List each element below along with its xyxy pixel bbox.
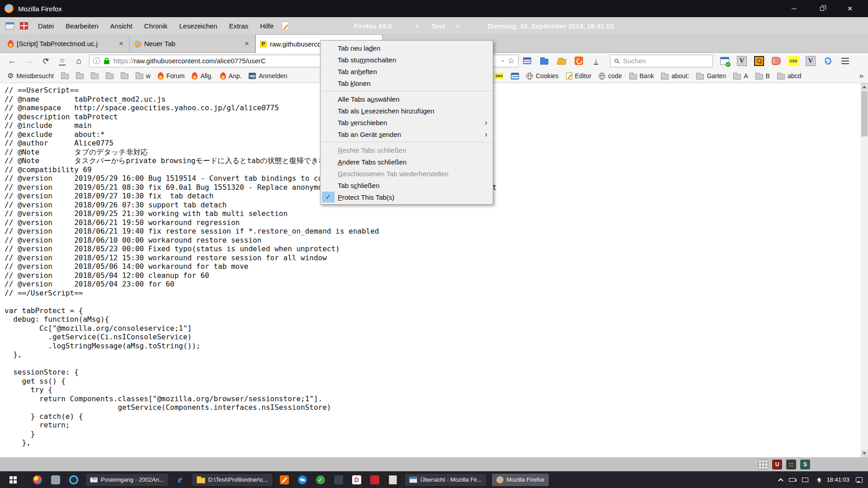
internet-explorer-icon[interactable]: e <box>174 473 187 487</box>
menu-item-tab-an-geraet-senden[interactable]: Tab an Gerät senden› <box>321 128 493 140</box>
red-app-icon[interactable] <box>368 473 382 487</box>
tab-close-icon[interactable]: × <box>117 39 125 48</box>
scroll-down-arrow[interactable] <box>861 450 868 457</box>
downloads-button[interactable]: ↓ <box>587 54 604 68</box>
action-center-icon[interactable] <box>856 477 863 483</box>
panel-toolbar-button[interactable] <box>519 54 536 68</box>
bookmark-anmelden[interactable]: wpAnmelden <box>249 72 287 80</box>
ublock-tray-icon[interactable]: U <box>772 460 782 469</box>
bookmark-folder-2[interactable] <box>76 72 84 79</box>
menu-extras[interactable]: Extras <box>229 22 249 30</box>
menu-item-tab-klonen[interactable]: Tab klonen <box>321 77 493 89</box>
pencil-app-icon[interactable] <box>278 473 291 487</box>
css-extension-icon[interactable]: css <box>788 56 799 66</box>
menu-hilfe[interactable]: Hilfe <box>260 22 274 30</box>
camera-app-icon[interactable] <box>67 473 80 487</box>
dark-app-icon[interactable] <box>332 473 345 487</box>
v2-extension-icon[interactable]: V <box>805 56 816 66</box>
check-app-icon[interactable]: ✓ <box>314 473 327 487</box>
speaker-icon[interactable] <box>815 478 820 482</box>
menu-item-tab-stummschalten[interactable]: Tab stummschalten <box>321 54 493 66</box>
app-menu-button[interactable] <box>840 56 850 66</box>
menu-datei[interactable]: Datei <box>38 22 54 30</box>
bookmark-garten[interactable]: Garten <box>696 72 726 80</box>
bookmark-folder-w[interactable]: w <box>136 72 151 80</box>
bookmark-panel[interactable] <box>511 73 519 80</box>
back-button[interactable]: ← <box>4 54 20 68</box>
bookmark-forum[interactable]: Forum <box>158 72 184 80</box>
url-text[interactable]: https://raw.githubusercontent.com/alice0… <box>113 57 266 65</box>
bookmark-a[interactable]: A <box>733 72 748 80</box>
taskbar-button-firefox[interactable]: Mozilla Firefox <box>491 473 550 487</box>
bookmarks-menu-button[interactable] <box>54 54 71 68</box>
dots-tray-icon[interactable]: :: <box>786 460 796 469</box>
vertical-scrollbar[interactable] <box>861 83 868 457</box>
tab-neuer-tab[interactable]: Neuer Tab × <box>130 34 255 53</box>
bookmark-bank[interactable]: Bank <box>629 72 654 80</box>
close-button[interactable] <box>844 3 855 14</box>
home-button[interactable] <box>71 54 87 68</box>
bookmark-folder-3[interactable] <box>91 72 99 79</box>
open-folder-toolbar-button[interactable] <box>553 54 570 68</box>
notes-pencil-icon[interactable] <box>282 22 289 30</box>
menu-item-tab-als-lesezeichen[interactable]: Tab als Lesezeichen hinzufügen <box>321 105 493 117</box>
minimize-button[interactable] <box>788 3 799 14</box>
d-app-icon[interactable]: D <box>350 473 363 487</box>
color-app-icon[interactable] <box>31 473 44 487</box>
grid-tray-icon[interactable] <box>758 460 768 469</box>
start-button[interactable] <box>0 471 26 488</box>
battery-icon[interactable] <box>789 478 796 482</box>
forward-button[interactable]: → <box>20 54 37 68</box>
bookmark-about[interactable]: about: <box>661 72 689 80</box>
bookmark-abcd[interactable]: abcd <box>777 72 801 80</box>
menu-bearbeiten[interactable]: Bearbeiten <box>66 22 99 30</box>
menu-item-andere-tabs-schliessen[interactable]: Andere Tabs schließen <box>321 156 493 168</box>
menu-item-tab-schliessen[interactable]: Tab schließen <box>321 179 493 191</box>
bookmark-meistbesucht[interactable]: Meistbesucht <box>7 71 54 80</box>
menu-lesezeichen[interactable]: Lesezeichen <box>179 22 217 30</box>
menu-item-tab-neu-laden[interactable]: Tab neu laden <box>321 42 493 54</box>
menu-item-tab-anheften[interactable]: Tab anheften <box>321 66 493 77</box>
script-scroll-extension-icon[interactable] <box>771 56 782 66</box>
table-check-extension-icon[interactable] <box>719 56 730 66</box>
bookmark-b64[interactable]: b64 <box>495 73 504 79</box>
restore-button[interactable] <box>816 3 827 14</box>
palette-app-icon[interactable] <box>49 473 62 487</box>
bookmark-b[interactable]: B <box>755 72 770 80</box>
page-info-icon[interactable]: i <box>93 57 100 64</box>
red-grid-extension-icon[interactable] <box>20 22 28 29</box>
sync-toolbar-button[interactable] <box>570 54 587 68</box>
blue-sync-extension-icon[interactable] <box>822 56 833 66</box>
bookmark-cookies[interactable]: Cookies <box>526 72 559 80</box>
reload-button[interactable] <box>37 54 54 68</box>
bookmark-anp[interactable]: Anp. <box>220 72 242 80</box>
v-extension-icon[interactable]: V <box>736 56 747 66</box>
s-tray-icon[interactable]: S <box>800 460 810 469</box>
scrollbar-thumb[interactable] <box>861 91 868 136</box>
thunderbird-icon[interactable] <box>296 473 309 487</box>
tray-chevron-up-icon[interactable] <box>778 478 783 483</box>
taskbar-button-uebersicht[interactable]: Übersicht - Mozilla Fir... <box>404 473 487 487</box>
taskbar-clock[interactable]: 18:41:03 <box>826 476 849 483</box>
tab-close-icon[interactable]: × <box>243 39 251 48</box>
menu-item-alle-tabs-auswaehlen[interactable]: Alle Tabs auswählen <box>321 93 493 105</box>
bookmark-folder-5[interactable] <box>121 72 128 79</box>
bookmark-star-icon[interactable] <box>508 56 514 66</box>
taskbar-button-posteingang[interactable]: Posteingang - 2002An... <box>85 473 169 487</box>
folder-toolbar-button[interactable] <box>536 54 553 68</box>
bookmark-editor[interactable]: Editor <box>566 72 592 80</box>
menu-item-protect-this-tab[interactable]: ✓Protect This Tab(s) <box>321 191 493 203</box>
bookmark-window-icon[interactable] <box>5 22 14 29</box>
magnifier-extension-icon[interactable] <box>754 56 764 66</box>
search-bar[interactable]: Suchen <box>610 55 713 67</box>
menu-chronik[interactable]: Chronik <box>144 22 168 30</box>
monitor-icon[interactable] <box>802 478 808 482</box>
menu-item-tab-verschieben[interactable]: Tab verschieben› <box>321 117 493 128</box>
bookmark-code[interactable]: code <box>599 72 622 80</box>
menu-ansicht[interactable]: Ansicht <box>110 22 132 30</box>
taskbar-button-explorer[interactable]: D:\Test\Profilordner\c... <box>192 473 273 487</box>
tab-script-tabprotect[interactable]: [Script] TabProtectmod.uc.j × <box>4 34 130 53</box>
scroll-up-arrow[interactable] <box>861 83 868 90</box>
bookmark-folder-4[interactable] <box>106 72 113 79</box>
bookmarks-overflow-chevron[interactable]: » <box>859 69 863 83</box>
